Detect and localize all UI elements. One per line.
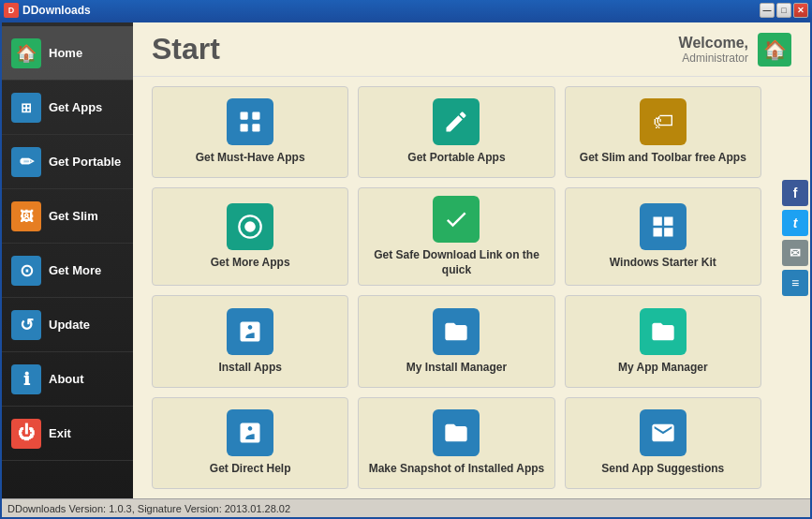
content-header: Start Welcome, Administrator 🏠 <box>133 22 810 77</box>
sidebar-label-update: Update <box>49 318 90 332</box>
snapshot-icon <box>433 409 480 456</box>
sidebar-label-get-apps: Get Apps <box>49 100 102 114</box>
sidebar: 🏠 Home ⊞ Get Apps ✏ Get Portable 🖼 Get S… <box>2 22 133 498</box>
sidebar-item-update[interactable]: ↺ Update <box>2 298 133 352</box>
sidebar-item-get-slim[interactable]: 🖼 Get Slim <box>2 189 133 244</box>
svg-rect-2 <box>241 125 248 132</box>
install-apps-label: Install Apps <box>218 361 282 376</box>
suggestions-label: Send App Suggestions <box>601 462 724 477</box>
welcome-text: Welcome, <box>679 35 748 52</box>
app-title: DDownloads <box>22 4 91 17</box>
sidebar-label-home: Home <box>49 46 82 60</box>
install-manager-icon <box>433 308 480 355</box>
safe-download-label: Get Safe Download Link on the quick <box>366 248 546 277</box>
title-bar-left: D DDownloads <box>4 3 91 18</box>
app-window: 🏠 Home ⊞ Get Apps ✏ Get Portable 🖼 Get S… <box>0 21 812 519</box>
grid-item-windows-starter[interactable]: Windows Starter Kit <box>565 187 761 286</box>
window-controls: — □ ✕ <box>760 3 808 18</box>
exit-icon: ⏻ <box>11 419 41 449</box>
sidebar-item-get-more[interactable]: ⊙ Get More <box>2 244 133 298</box>
more-apps-icon <box>227 203 273 250</box>
sidebar-item-get-apps[interactable]: ⊞ Get Apps <box>2 81 133 135</box>
get-more-icon: ⊙ <box>11 256 41 286</box>
grid-item-safe-download[interactable]: Get Safe Download Link on the quick <box>358 187 554 286</box>
slim-toolbar-label: Get Slim and Toolbar free Apps <box>580 151 746 166</box>
svg-rect-1 <box>252 112 259 120</box>
email-button[interactable]: ✉ <box>782 240 808 266</box>
sidebar-label-exit: Exit <box>49 426 71 440</box>
status-text: DDownloads Version: 1.0.3, Signature Ver… <box>7 503 290 514</box>
admin-text: Administrator <box>679 52 748 65</box>
app-manager-label: My App Manager <box>618 361 708 376</box>
grid-item-direct-help[interactable]: Get Direct Help <box>152 397 348 489</box>
more-apps-label: Get More Apps <box>211 256 290 271</box>
header-home-button[interactable]: 🏠 <box>758 33 791 67</box>
page-title: Start <box>152 32 220 67</box>
svg-rect-0 <box>241 112 248 120</box>
minimize-button[interactable]: — <box>760 3 775 18</box>
update-icon: ↺ <box>11 310 41 340</box>
suggestions-icon <box>640 409 687 456</box>
safe-download-icon <box>433 196 480 243</box>
app-manager-icon <box>640 308 687 355</box>
content-area: Start Welcome, Administrator 🏠 <box>133 22 810 498</box>
grid-item-more-apps[interactable]: Get More Apps <box>152 187 348 286</box>
grid-item-app-manager[interactable]: My App Manager <box>565 295 761 387</box>
grid-item-must-have-apps[interactable]: Get Must-Have Apps <box>152 86 348 178</box>
grid-item-install-manager[interactable]: My Install Manager <box>358 295 554 387</box>
slim-toolbar-icon: 🏷 <box>640 98 687 145</box>
app-icon: D <box>4 3 19 18</box>
portable-apps-icon <box>433 98 480 145</box>
title-bar: D DDownloads — □ ✕ <box>0 0 812 21</box>
grid-item-install-apps[interactable]: Install Apps <box>152 295 348 387</box>
sidebar-label-get-slim: Get Slim <box>49 209 98 223</box>
must-have-apps-icon <box>227 98 273 145</box>
get-portable-icon: ✏ <box>11 147 41 177</box>
windows-starter-label: Windows Starter Kit <box>610 256 716 271</box>
get-apps-icon: ⊞ <box>11 93 41 123</box>
grid-item-snapshot[interactable]: Make Snapshot of Installed Apps <box>358 397 554 489</box>
twitter-button[interactable]: t <box>782 210 808 236</box>
svg-point-5 <box>244 221 256 232</box>
snapshot-label: Make Snapshot of Installed Apps <box>369 462 545 477</box>
grid-area: Get Must-Have Apps Get Portable Apps 🏷 G… <box>133 77 780 498</box>
home-sidebar-icon: 🏠 <box>11 38 41 68</box>
about-icon: ℹ <box>11 364 41 394</box>
welcome-block: Welcome, Administrator <box>679 35 748 65</box>
sidebar-label-about: About <box>49 372 84 386</box>
sidebar-item-get-portable[interactable]: ✏ Get Portable <box>2 135 133 189</box>
rss-button[interactable]: ≡ <box>782 270 808 296</box>
sidebar-item-about[interactable]: ℹ About <box>2 352 133 407</box>
sidebar-label-get-portable: Get Portable <box>49 155 121 169</box>
direct-help-icon <box>227 409 273 456</box>
install-manager-label: My Install Manager <box>406 361 507 376</box>
windows-starter-icon <box>640 203 687 250</box>
get-slim-icon: 🖼 <box>11 201 41 231</box>
sidebar-item-home[interactable]: 🏠 Home <box>2 26 133 81</box>
maximize-button[interactable]: □ <box>776 3 791 18</box>
grid-item-portable-apps[interactable]: Get Portable Apps <box>358 86 554 178</box>
direct-help-label: Get Direct Help <box>210 462 291 477</box>
header-right: Welcome, Administrator 🏠 <box>679 33 791 67</box>
facebook-button[interactable]: f <box>782 180 808 206</box>
inner-content: Get Must-Have Apps Get Portable Apps 🏷 G… <box>133 77 810 498</box>
social-bar: f t ✉ ≡ <box>780 77 810 498</box>
main-content: 🏠 Home ⊞ Get Apps ✏ Get Portable 🖼 Get S… <box>2 22 810 498</box>
install-apps-icon <box>227 308 273 355</box>
sidebar-item-exit[interactable]: ⏻ Exit <box>2 407 133 461</box>
sidebar-label-get-more: Get More <box>49 263 101 277</box>
must-have-apps-label: Get Must-Have Apps <box>196 151 305 166</box>
portable-apps-label: Get Portable Apps <box>407 151 505 166</box>
grid-item-slim-toolbar[interactable]: 🏷 Get Slim and Toolbar free Apps <box>565 86 761 178</box>
grid-item-suggestions[interactable]: Send App Suggestions <box>565 397 761 489</box>
close-button[interactable]: ✕ <box>793 3 808 18</box>
svg-rect-3 <box>252 125 259 132</box>
status-bar: DDownloads Version: 1.0.3, Signature Ver… <box>2 498 810 517</box>
